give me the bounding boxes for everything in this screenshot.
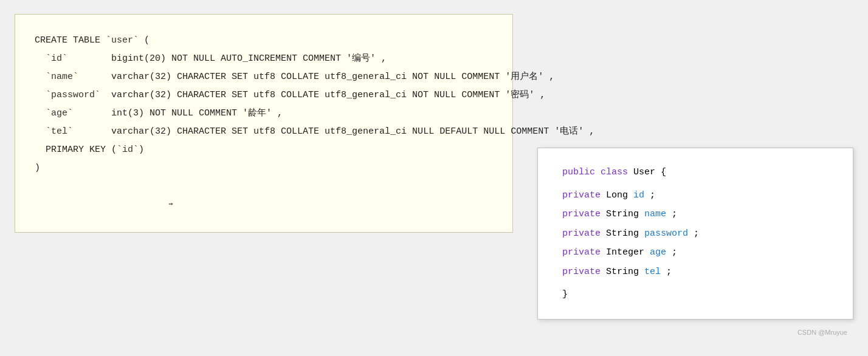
sql-line-1: CREATE TABLE `user` ( <box>35 32 493 50</box>
sql-line-5: `age` int(3) NOT NULL COMMENT '龄年' , <box>35 104 493 123</box>
java-field-age: private Integer age ; <box>562 243 828 262</box>
sql-line-7: PRIMARY KEY (`id`) <box>35 141 493 159</box>
sql-line-4: `password` varchar(32) CHARACTER SET utf… <box>35 86 493 104</box>
sql-line-3: `name` varchar(32) CHARACTER SET utf8 CO… <box>35 68 493 86</box>
java-field-name: private String name ; <box>562 205 828 224</box>
watermark: CSDN @Mruyue <box>797 329 847 336</box>
java-class-header: public class User { <box>562 163 828 182</box>
java-field-password: private String password ; <box>562 224 828 244</box>
java-field-id: private Long id ; <box>562 186 828 205</box>
main-container: CREATE TABLE `user` ( `id` bigint(20) NO… <box>15 14 853 342</box>
cursor-indicator: ➟ <box>168 197 173 213</box>
java-code-block: public class User { private Long id ; pr… <box>537 148 853 320</box>
sql-line-8: ) <box>35 159 493 177</box>
sql-line-2: `id` bigint(20) NOT NULL AUTO_INCREMENT … <box>35 50 493 68</box>
java-field-tel: private String tel ; <box>562 262 828 282</box>
sql-code-block: CREATE TABLE `user` ( `id` bigint(20) NO… <box>15 14 513 233</box>
sql-line-6: `tel` varchar(32) CHARACTER SET utf8 COL… <box>35 123 493 141</box>
java-class-footer: } <box>562 285 828 304</box>
